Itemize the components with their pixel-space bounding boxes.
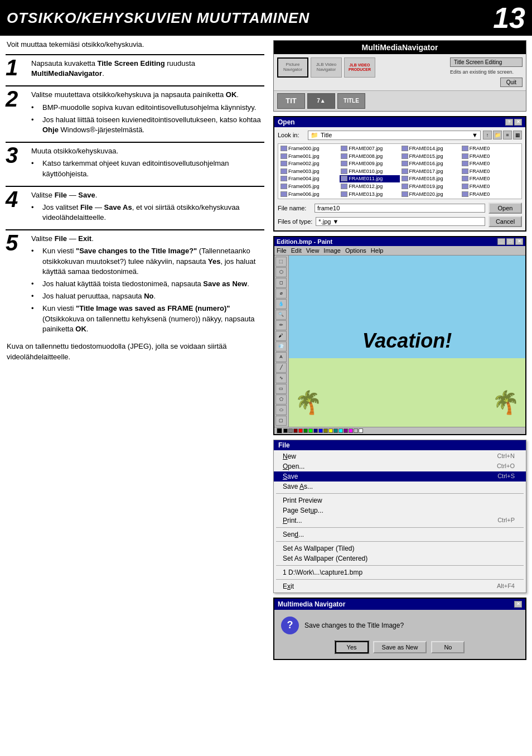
file-item[interactable]: FRAME018.jpg: [400, 175, 460, 182]
palette-cell[interactable]: [313, 428, 318, 433]
file-item[interactable]: FRAME0: [461, 152, 520, 160]
paint-tool-eyedrop[interactable]: 💧: [275, 299, 287, 309]
paint-tool-roundrect[interactable]: ▢: [275, 416, 287, 426]
paint-tool-freeselect[interactable]: ⬡: [275, 267, 287, 277]
file-item[interactable]: FRAME012.jpg: [340, 183, 399, 190]
tb-folder-icon[interactable]: 📁: [493, 131, 502, 139]
palette-cell[interactable]: [328, 428, 333, 433]
file-item-selected[interactable]: FRAME011.jpg: [340, 175, 399, 182]
no-button[interactable]: No: [431, 641, 465, 653]
tb-up-icon[interactable]: ↑: [483, 131, 492, 139]
file-item[interactable]: FRAME013.jpg: [340, 190, 399, 198]
palette-cell[interactable]: [288, 428, 293, 433]
file-item[interactable]: FRAME0: [461, 160, 520, 167]
file-item[interactable]: FRAME007.jpg: [340, 145, 399, 152]
tb-list-icon[interactable]: ≡: [503, 131, 512, 139]
paint-tool-line[interactable]: ╱: [275, 363, 287, 373]
filetype-select[interactable]: *.jpg ▼: [316, 217, 485, 226]
paint-tool-fill[interactable]: ⌀: [275, 288, 287, 298]
save-as-new-button[interactable]: Save as New: [373, 641, 427, 653]
file-item[interactable]: Frame002.jpg: [279, 160, 339, 167]
mmn-thumb-picture-navigator[interactable]: PictureNavigator: [277, 57, 308, 78]
file-item[interactable]: Frame001.jpg: [279, 152, 339, 160]
paint-tool-select[interactable]: ⬚: [275, 257, 287, 267]
paint-tool-brush[interactable]: 🖌: [275, 331, 287, 341]
file-item[interactable]: FRAME014.jpg: [400, 145, 460, 152]
palette-cell[interactable]: [318, 428, 323, 433]
menu-item-save[interactable]: Save Ctrl+S: [274, 471, 526, 481]
paint-tool-pencil[interactable]: ✏: [275, 320, 287, 330]
file-item[interactable]: FRAME0: [461, 175, 520, 182]
file-item[interactable]: FRAME015.jpg: [400, 152, 460, 160]
cancel-btn[interactable]: Cancel: [489, 216, 522, 227]
file-item[interactable]: Frame003.jpg: [279, 167, 339, 175]
palette-cell[interactable]: [333, 428, 338, 433]
file-item[interactable]: FRAME0: [461, 145, 520, 152]
palette-cell[interactable]: [359, 428, 363, 433]
lookin-select[interactable]: 📁 Title ▼: [308, 131, 481, 140]
palette-cell[interactable]: [283, 428, 288, 433]
paint-minimize-btn[interactable]: _: [497, 238, 505, 245]
yes-button[interactable]: Yes: [335, 641, 369, 653]
paint-menu-view[interactable]: View: [306, 247, 320, 254]
dialog-close-btn[interactable]: ✕: [514, 119, 522, 126]
filename-input[interactable]: [315, 204, 485, 213]
paint-maximize-btn[interactable]: □: [506, 238, 514, 245]
palette-cell[interactable]: [303, 428, 308, 433]
paint-tool-eraser[interactable]: ◻: [275, 278, 287, 288]
paint-tool-polygon[interactable]: ⬠: [275, 394, 287, 405]
menu-item-send[interactable]: Send...: [274, 529, 526, 540]
file-item[interactable]: FRAME0: [461, 167, 520, 175]
dialog-help-btn[interactable]: ?: [505, 119, 513, 126]
title-icon-2[interactable]: 7▲: [307, 93, 335, 109]
paint-tool-zoom[interactable]: 🔍: [275, 310, 287, 320]
menu-item-wallpaper-tiled[interactable]: Set As Wallpaper (Tiled): [274, 543, 526, 553]
paint-tool-text[interactable]: A: [275, 352, 287, 362]
menu-item-pagesetup[interactable]: Page Setup...: [274, 505, 526, 516]
title-icon-1[interactable]: TIT: [277, 93, 305, 109]
paint-tool-ellipse[interactable]: ⬭: [275, 405, 287, 415]
paint-tool-rect[interactable]: ▭: [275, 384, 287, 394]
menu-item-print[interactable]: Print... Ctrl+P: [274, 516, 526, 526]
file-item[interactable]: FRAME0: [461, 190, 520, 198]
menu-item-printpreview[interactable]: Print Preview: [274, 495, 526, 505]
paint-close-btn[interactable]: ✕: [515, 238, 523, 245]
palette-cell[interactable]: [344, 428, 348, 433]
file-item[interactable]: FRAME019.jpg: [400, 183, 460, 190]
tb-detail-icon[interactable]: ▦: [513, 131, 522, 139]
file-item[interactable]: FRAME016.jpg: [400, 160, 460, 167]
menu-item-open[interactable]: Open... Ctrl+O: [274, 461, 526, 471]
paint-menu-options[interactable]: Options: [345, 247, 366, 254]
palette-cell[interactable]: [298, 428, 303, 433]
paint-menu-edit[interactable]: Edit: [291, 247, 302, 254]
mmn-thumb-video-producer[interactable]: JLB VIDEOPRODUCER: [344, 57, 375, 78]
file-item[interactable]: Frame000.jpg: [279, 145, 339, 152]
menu-item-recent[interactable]: 1 D:\Work\...\capture1.bmp: [274, 567, 526, 577]
file-item[interactable]: Frame005.jpg: [279, 183, 339, 190]
paint-menu-help[interactable]: Help: [371, 247, 384, 254]
file-item[interactable]: FRAME0: [461, 183, 520, 190]
open-btn[interactable]: Open: [489, 203, 522, 214]
file-item[interactable]: FRAME009.jpg: [340, 160, 399, 167]
menu-item-wallpaper-centered[interactable]: Set As Wallpaper (Centered): [274, 553, 526, 564]
file-item[interactable]: FRAME020.jpg: [400, 190, 460, 198]
palette-cell[interactable]: [349, 428, 353, 433]
file-item[interactable]: Frame004.jpg: [279, 175, 339, 182]
palette-cell[interactable]: [323, 428, 328, 433]
paint-menu-file[interactable]: File: [277, 247, 287, 254]
file-item[interactable]: FRAME017.jpg: [400, 167, 460, 175]
file-item[interactable]: FRAME008.jpg: [340, 152, 399, 160]
title-screen-editing-btn[interactable]: Title Screen Editing: [450, 57, 523, 67]
mmn-dialog-close-btn[interactable]: ✕: [514, 601, 522, 608]
title-icon-3[interactable]: TITLE: [337, 93, 365, 109]
quit-btn[interactable]: Quit: [500, 78, 523, 87]
palette-cell[interactable]: [354, 428, 358, 433]
file-item[interactable]: FRAME010.jpg: [340, 167, 399, 175]
menu-item-saveas[interactable]: Save As...: [274, 481, 526, 492]
menu-item-new[interactable]: New Ctrl+N: [274, 451, 526, 461]
palette-cell[interactable]: [308, 428, 313, 433]
paint-tool-curve[interactable]: ∿: [275, 373, 287, 383]
paint-tool-airbrush[interactable]: 💨: [275, 341, 287, 351]
paint-menu-image[interactable]: Image: [323, 247, 341, 254]
mmn-thumb-video-navigator[interactable]: JLB VideoNavigator: [311, 57, 342, 78]
